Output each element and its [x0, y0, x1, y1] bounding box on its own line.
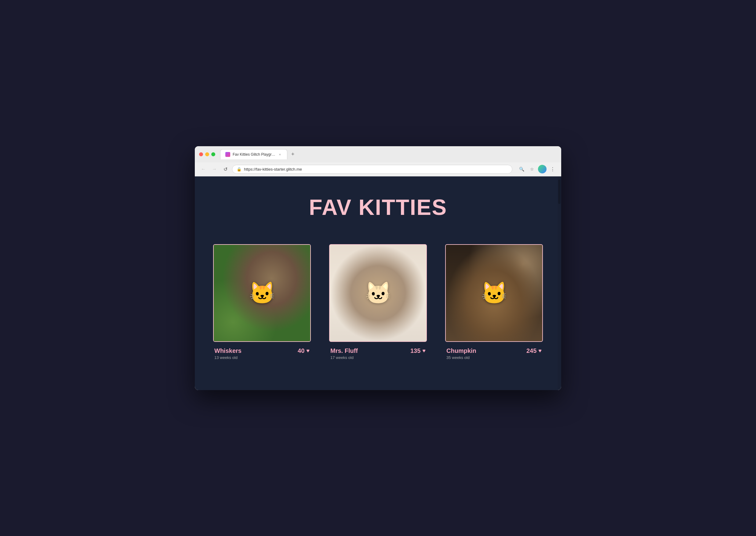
cats-grid: Whiskers 13 weeks old 40 ♥ Mrs. [210, 244, 546, 360]
heart-icon-mrs-fluff: ♥ [422, 348, 426, 354]
browser-window: Fav Kitties Glitch Playground × + ← → ↺ … [195, 146, 561, 390]
address-bar[interactable]: 🔒 https://fav-kitties-starter.glitch.me [232, 165, 512, 174]
tab-bar: Fav Kitties Glitch Playground × + [220, 149, 297, 159]
refresh-button[interactable]: ↺ [221, 165, 230, 173]
vote-count-chumpkin: 245 [526, 347, 536, 354]
cat-image-whiskers[interactable] [213, 244, 311, 342]
cat-votes-mrs-fluff[interactable]: 135 ♥ [410, 347, 426, 354]
search-button[interactable]: 🔍 [517, 165, 526, 173]
cat-image-chumpkin[interactable] [445, 244, 543, 342]
cat-card-3: Chumpkin 35 weeks old 245 ♥ [445, 244, 543, 360]
browser-content-area: FAV KITTIES Whiskers 13 weeks old 40 ♥ [195, 177, 561, 390]
cat-votes-whiskers[interactable]: 40 ♥ [298, 347, 310, 354]
cat-info-mrs-fluff: Mrs. Fluff 17 weeks old 135 ♥ [329, 347, 427, 360]
url-text: https://fav-kitties-starter.glitch.me [244, 167, 302, 172]
cat-age-whiskers: 13 weeks old [214, 355, 298, 360]
active-tab[interactable]: Fav Kitties Glitch Playground × [220, 149, 287, 159]
lock-icon: 🔒 [237, 167, 242, 172]
cat-card-1: Whiskers 13 weeks old 40 ♥ [213, 244, 311, 360]
traffic-lights [199, 152, 215, 156]
browser-chrome: Fav Kitties Glitch Playground × + ← → ↺ … [195, 146, 561, 177]
heart-icon-whiskers: ♥ [306, 348, 310, 354]
tab-close-button[interactable]: × [278, 152, 282, 157]
forward-button[interactable]: → [210, 165, 219, 173]
browser-titlebar: Fav Kitties Glitch Playground × + [195, 146, 561, 162]
cat-info-chumpkin: Chumpkin 35 weeks old 245 ♥ [445, 347, 543, 360]
cat-name-chumpkin: Chumpkin [446, 347, 526, 354]
tab-favicon [225, 152, 230, 157]
minimize-window-button[interactable] [205, 152, 209, 156]
browser-addressbar: ← → ↺ 🔒 https://fav-kitties-starter.glit… [195, 162, 561, 176]
cat-card-2: Mrs. Fluff 17 weeks old 135 ♥ [329, 244, 427, 360]
cat-age-mrs-fluff: 17 weeks old [330, 355, 410, 360]
maximize-window-button[interactable] [211, 152, 215, 156]
address-bar-actions: 🔍 ☆ ⋮ [517, 165, 557, 173]
cat-name-age-chumpkin: Chumpkin 35 weeks old [446, 347, 526, 360]
website-content: FAV KITTIES Whiskers 13 weeks old 40 ♥ [195, 177, 561, 390]
cat-name-age-whiskers: Whiskers 13 weeks old [214, 347, 298, 360]
vote-count-mrs-fluff: 135 [410, 347, 421, 354]
cat-votes-chumpkin[interactable]: 245 ♥ [526, 347, 542, 354]
new-tab-button[interactable]: + [289, 150, 297, 158]
heart-icon-chumpkin: ♥ [538, 348, 542, 354]
close-window-button[interactable] [199, 152, 203, 156]
scrollbar-thumb[interactable] [558, 180, 561, 204]
scrollbar[interactable] [558, 177, 561, 390]
profile-avatar[interactable] [538, 165, 547, 173]
cat-info-whiskers: Whiskers 13 weeks old 40 ♥ [213, 347, 311, 360]
cat-name-mrs-fluff: Mrs. Fluff [330, 347, 410, 354]
back-button[interactable]: ← [199, 165, 208, 173]
bookmark-button[interactable]: ☆ [528, 165, 536, 173]
cat-age-chumpkin: 35 weeks old [446, 355, 526, 360]
page-title: FAV KITTIES [309, 195, 447, 220]
vote-count-whiskers: 40 [298, 347, 304, 354]
browser-menu-button[interactable]: ⋮ [548, 165, 557, 173]
tab-title: Fav Kitties Glitch Playground [233, 152, 275, 156]
cat-name-age-mrs-fluff: Mrs. Fluff 17 weeks old [330, 347, 410, 360]
cat-image-mrs-fluff[interactable] [329, 244, 427, 342]
cat-name-whiskers: Whiskers [214, 347, 298, 354]
